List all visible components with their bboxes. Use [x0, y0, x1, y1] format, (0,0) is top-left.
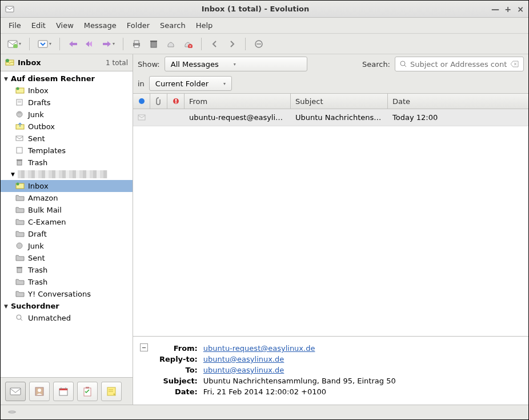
scope-combo[interactable]: Current Folder▾ [149, 76, 232, 91]
svg-point-32 [17, 315, 21, 319]
folder-label: Draft [28, 230, 47, 238]
close-button[interactable]: × [517, 6, 524, 13]
switch-contacts[interactable] [29, 382, 50, 401]
switch-memos[interactable] [101, 382, 122, 401]
svg-point-46 [400, 61, 405, 66]
filter-bar-2: in Current Folder▾ [133, 74, 528, 93]
new-button[interactable]: ▾ [5, 37, 23, 51]
folder-label: Sent [28, 254, 45, 262]
separator [201, 38, 202, 50]
account-remote[interactable]: ▼ [1, 169, 133, 180]
clear-icon[interactable] [511, 61, 519, 67]
reply-all-button[interactable] [83, 37, 98, 51]
in-label: in [138, 79, 145, 88]
col-status[interactable] [133, 94, 150, 109]
message-list[interactable]: ubuntu-request@easyli… Ubuntu Nachrichte… [133, 109, 528, 336]
folder-unmatched[interactable]: Unmatched [1, 312, 133, 324]
col-important[interactable] [167, 94, 185, 109]
menu-file[interactable]: File [4, 19, 26, 32]
folder-trash-remote-1[interactable]: Trash [1, 264, 133, 276]
inbox-icon [5, 58, 14, 67]
svg-rect-5 [103, 43, 107, 45]
folder-icon [15, 230, 25, 238]
header-table: From:ubuntu-request@easylinux.de Reply-t… [158, 342, 397, 398]
col-subject[interactable]: Subject [291, 94, 388, 109]
search-folders-group[interactable]: ▼Suchordner [1, 300, 133, 312]
combo-value: Current Folder [155, 79, 209, 88]
col-attachment[interactable] [150, 94, 167, 109]
svg-rect-51 [175, 102, 177, 103]
folder-label: Inbox [28, 182, 49, 190]
folder-trash[interactable]: Trash [1, 157, 133, 169]
collapse-header-button[interactable]: − [140, 343, 148, 351]
svg-rect-34 [10, 388, 21, 395]
svg-rect-31 [17, 267, 22, 268]
account-local[interactable]: ▼Auf diesem Rechner [1, 73, 133, 85]
titlebar: Inbox (1 total) - Evolution — + × [1, 1, 528, 18]
svg-line-47 [404, 65, 406, 67]
menu-folder[interactable]: Folder [122, 19, 154, 32]
component-switcher [1, 377, 133, 405]
folder-templates[interactable]: Templates [1, 145, 133, 157]
folder-junk[interactable]: Junk [1, 109, 133, 121]
print-button[interactable] [129, 37, 144, 51]
maximize-button[interactable]: + [504, 6, 511, 13]
cancel-button[interactable] [251, 37, 266, 51]
folder-inbox[interactable]: Inbox [1, 85, 133, 97]
prev-button[interactable] [207, 37, 222, 51]
switch-calendar[interactable] [53, 382, 74, 401]
replyto-value[interactable]: ubuntu@easylinux.de [203, 355, 284, 363]
folder-bulk-mail[interactable]: Bulk Mail [1, 204, 133, 216]
message-list-header: From Subject Date [133, 93, 528, 109]
search-input[interactable] [410, 60, 507, 69]
junk-button[interactable] [163, 37, 178, 51]
switch-mail[interactable] [5, 382, 26, 401]
folder-trash-remote-2[interactable]: Trash [1, 276, 133, 288]
minimize-button[interactable]: — [492, 6, 499, 13]
col-from[interactable]: From [185, 94, 291, 109]
folder-c-examen[interactable]: C-Examen [1, 216, 133, 228]
menu-view[interactable]: View [51, 19, 78, 32]
status-cell [133, 114, 150, 121]
folder-outbox[interactable]: Outbox [1, 121, 133, 133]
disclosure-arrow-icon: ▼ [4, 303, 11, 309]
send-receive-button[interactable]: ▾ [35, 37, 54, 51]
to-value[interactable]: ubuntu@easylinux.de [203, 366, 284, 374]
search-icon [400, 61, 407, 67]
reply-button[interactable] [66, 37, 81, 51]
folder-drafts[interactable]: Drafts [1, 97, 133, 109]
col-date[interactable]: Date [388, 94, 528, 109]
svg-point-17 [17, 87, 19, 90]
folder-junk-remote[interactable]: Junk [1, 240, 133, 252]
menubar: File Edit View Message Folder Search Hel… [1, 18, 528, 34]
forward-button[interactable]: ▾ [100, 37, 117, 51]
folder-label: Trash [28, 278, 47, 286]
from-value[interactable]: ubuntu-request@easylinux.de [203, 344, 315, 353]
switch-tasks[interactable] [77, 382, 98, 401]
menu-edit[interactable]: Edit [27, 19, 50, 32]
message-row[interactable]: ubuntu-request@easyli… Ubuntu Nachrichte… [133, 109, 528, 126]
folder-label: Inbox [28, 86, 49, 95]
folder-sent-remote[interactable]: Sent [1, 252, 133, 264]
not-junk-button[interactable] [181, 37, 195, 51]
folder-y-conversations[interactable]: Y! Conversations [1, 288, 133, 300]
svg-rect-30 [17, 268, 22, 273]
folder-label: Junk [28, 110, 44, 119]
menu-help[interactable]: Help [191, 19, 218, 32]
folder-sent[interactable]: Sent [1, 133, 133, 145]
menu-message[interactable]: Message [79, 19, 121, 32]
search-box[interactable] [395, 57, 524, 71]
menu-search[interactable]: Search [155, 19, 190, 32]
folder-label: Y! Conversations [28, 290, 91, 298]
folder-draft-remote[interactable]: Draft [1, 228, 133, 240]
svg-rect-23 [16, 136, 23, 141]
folder-inbox-remote[interactable]: Inbox [1, 180, 133, 192]
sidebar: Inbox 1 total ▼Auf diesem Rechner Inbox … [1, 54, 133, 405]
folder-tree[interactable]: ▼Auf diesem Rechner Inbox Drafts Junk Ou… [1, 71, 133, 377]
from-cell: ubuntu-request@easyli… [185, 113, 291, 122]
next-button[interactable] [225, 37, 239, 51]
sent-icon [15, 135, 25, 143]
show-combo[interactable]: All Messages▾ [165, 57, 307, 71]
folder-amazon[interactable]: Amazon [1, 192, 133, 204]
delete-button[interactable] [146, 37, 161, 51]
